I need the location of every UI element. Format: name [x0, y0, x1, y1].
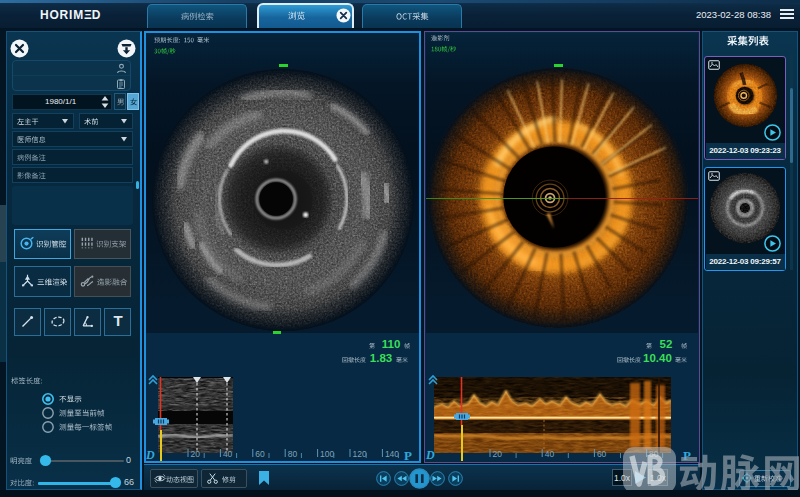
- svg-text:60: 60: [597, 449, 607, 459]
- svg-text:60: 60: [255, 449, 265, 459]
- svg-text:120: 120: [353, 449, 367, 459]
- svg-text:D: D: [425, 448, 435, 462]
- svg-text:40: 40: [223, 449, 233, 459]
- svg-text:40: 40: [545, 449, 555, 459]
- svg-text:P: P: [404, 448, 412, 463]
- svg-text:D: D: [145, 448, 155, 462]
- svg-text:20: 20: [493, 449, 503, 459]
- svg-text:80: 80: [288, 449, 298, 459]
- svg-text:140: 140: [385, 449, 399, 459]
- svg-text:100: 100: [320, 449, 334, 459]
- svg-text:20: 20: [191, 449, 201, 459]
